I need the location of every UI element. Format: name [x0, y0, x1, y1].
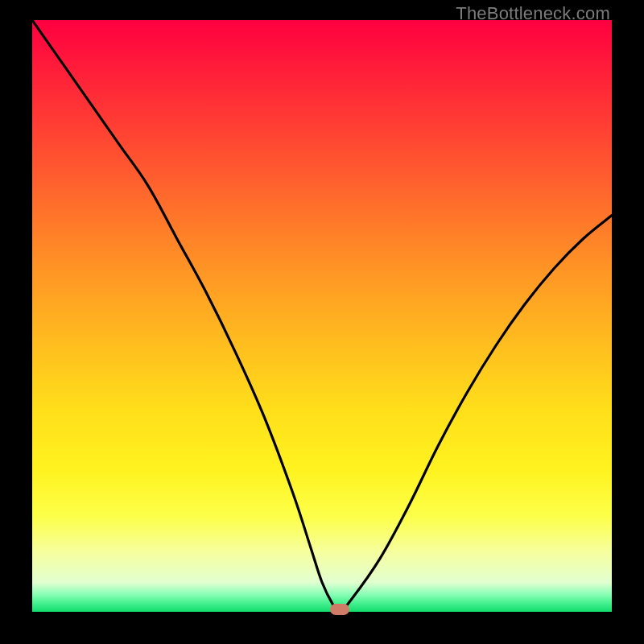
chart-frame: TheBottleneck.com [0, 0, 644, 644]
optimal-marker [330, 604, 349, 615]
bottleneck-curve [32, 20, 612, 612]
watermark-text: TheBottleneck.com [456, 3, 610, 24]
plot-area [32, 20, 612, 612]
